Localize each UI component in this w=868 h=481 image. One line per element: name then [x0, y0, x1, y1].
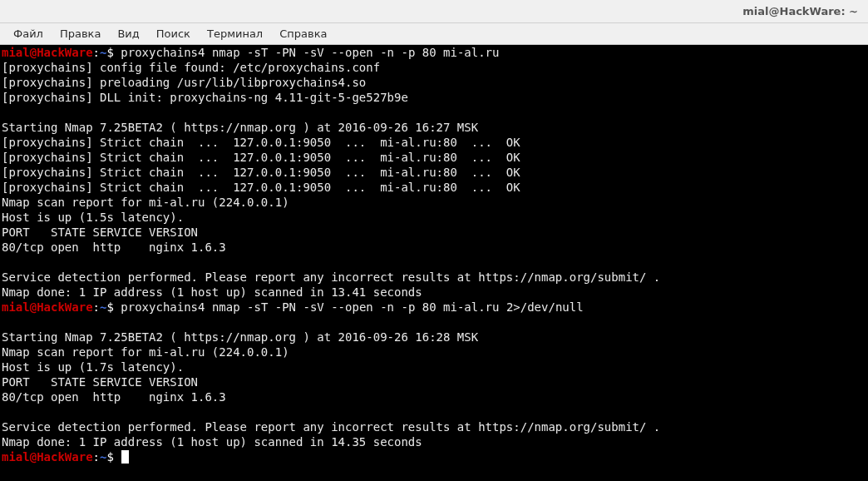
prompt-sep1: : — [93, 46, 100, 59]
output-line: Nmap done: 1 IP address (1 host up) scan… — [2, 285, 422, 299]
output-line: [proxychains] config file found: /etc/pr… — [2, 61, 380, 74]
command-1: proxychains4 nmap -sT -PN -sV --open -n … — [121, 46, 499, 59]
output-line: Starting Nmap 7.25BETA2 ( https://nmap.o… — [2, 330, 478, 344]
menu-file[interactable]: Файл — [5, 25, 52, 42]
output-line: [proxychains] Strict chain ... 127.0.0.1… — [2, 181, 520, 194]
prompt-sep1: : — [93, 450, 100, 464]
menu-help[interactable]: Справка — [271, 25, 335, 42]
output-line: Starting Nmap 7.25BETA2 ( https://nmap.o… — [2, 121, 478, 134]
output-line: Nmap scan report for mi-al.ru (224.0.0.1… — [2, 196, 289, 209]
menu-terminal[interactable]: Терминал — [199, 25, 271, 42]
menu-view[interactable]: Вид — [109, 25, 147, 42]
output-line: Nmap done: 1 IP address (1 host up) scan… — [2, 435, 422, 449]
output-line: Service detection performed. Please repo… — [2, 270, 660, 284]
prompt-line-1: mial@HackWare:~$ proxychains4 nmap -sT -… — [2, 46, 499, 59]
window-titlebar: mial@HackWare: ~ — [0, 0, 868, 23]
output-line: Host is up (1.7s latency). — [2, 360, 184, 374]
output-line: 80/tcp open http nginx 1.6.3 — [2, 240, 226, 254]
prompt-sep2: $ — [106, 46, 121, 59]
output-line: Host is up (1.5s latency). — [2, 211, 184, 224]
output-line: [proxychains] Strict chain ... 127.0.0.1… — [2, 136, 520, 149]
output-line: [proxychains] preloading /usr/lib/libpro… — [2, 76, 366, 89]
prompt-line-2: mial@HackWare:~$ proxychains4 nmap -sT -… — [2, 300, 584, 314]
menubar: Файл Правка Вид Поиск Терминал Справка — [0, 23, 868, 45]
prompt-sep2: $ — [106, 300, 121, 314]
cursor-block — [121, 450, 129, 464]
prompt-line-3: mial@HackWare:~$ — [2, 450, 129, 464]
terminal-area[interactable]: mial@HackWare:~$ proxychains4 nmap -sT -… — [0, 45, 868, 481]
prompt-sep1: : — [93, 300, 100, 314]
output-line: PORT STATE SERVICE VERSION — [2, 375, 198, 389]
output-line: [proxychains] Strict chain ... 127.0.0.1… — [2, 151, 520, 164]
prompt-user: mial@HackWare — [2, 300, 93, 314]
output-line: [proxychains] DLL init: proxychains-ng 4… — [2, 91, 408, 104]
output-line: Nmap scan report for mi-al.ru (224.0.0.1… — [2, 345, 289, 359]
prompt-sep2: $ — [106, 450, 121, 464]
output-line: PORT STATE SERVICE VERSION — [2, 226, 198, 239]
prompt-user: mial@HackWare — [2, 46, 93, 59]
output-line: Service detection performed. Please repo… — [2, 420, 660, 434]
window-title: mial@HackWare: ~ — [742, 5, 858, 17]
prompt-user: mial@HackWare — [2, 450, 93, 464]
command-2: proxychains4 nmap -sT -PN -sV --open -n … — [121, 300, 583, 314]
output-line: [proxychains] Strict chain ... 127.0.0.1… — [2, 166, 520, 179]
output-line: 80/tcp open http nginx 1.6.3 — [2, 390, 226, 404]
menu-edit[interactable]: Правка — [52, 25, 109, 42]
menu-search[interactable]: Поиск — [148, 25, 199, 42]
